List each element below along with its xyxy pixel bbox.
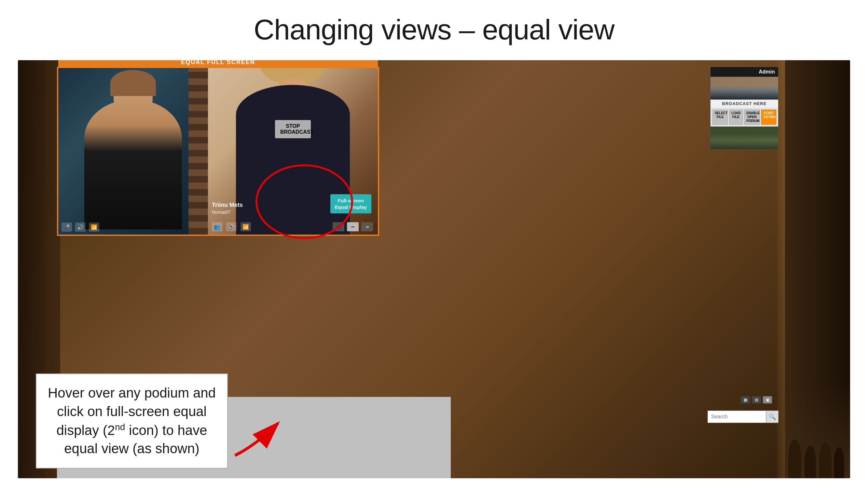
volume-icon-right[interactable]: 🔊	[226, 222, 237, 231]
broadcast-here-label: BROADCAST HERE	[711, 100, 778, 108]
start-voting-button[interactable]: STARTVOTING	[761, 110, 776, 125]
admin-title: Admin	[711, 67, 778, 77]
equal-fullscreen-header: EQUAL FULL SCREEN	[58, 60, 378, 68]
page-title: Changing views – equal view	[0, 0, 868, 56]
equal-fullscreen-panel: EQUAL FULL SCREEN 🎤 🔊 📶	[57, 67, 379, 236]
bottom-view-grid[interactable]: ▦	[741, 396, 750, 403]
search-icon: 🔍	[769, 413, 776, 420]
video-left: 🎤 🔊 📶	[58, 68, 208, 234]
view-icons-row: ⬛ ▪▪ ▫▪	[333, 222, 373, 231]
enable-open-podium-button[interactable]: ENABLEOPENPODIUM	[744, 110, 760, 125]
load-file-button[interactable]: LOADFILE	[729, 110, 743, 125]
screenshot-container: EQUAL FULL SCREEN 🎤 🔊 📶	[18, 60, 850, 478]
participant-name: Triinu Mets	[212, 201, 243, 209]
video-right: STOP BROADCAST Triinu Mets NomadIT 👥 🔊 📶…	[208, 68, 378, 234]
equal-display-line2: Equal Display	[335, 204, 367, 210]
mic-icon[interactable]: 🎤	[62, 223, 72, 232]
stop-broadcast-button[interactable]: STOP BROADCAST	[275, 120, 311, 138]
person-hair-left	[110, 70, 156, 96]
audience-right-panel	[785, 60, 850, 478]
callout-text: Hover over any podium and click on full-…	[48, 385, 216, 456]
users-icon[interactable]: 👥	[212, 222, 222, 231]
bottom-view-list[interactable]: ▤	[752, 396, 761, 403]
search-area: 🔍	[708, 411, 778, 423]
equal-display-button[interactable]: Full-screen Equal Display	[330, 194, 371, 214]
person-left	[58, 68, 208, 234]
bottom-view-icons: ▦ ▤ ▣	[741, 396, 772, 403]
admin-thumb-1[interactable]	[711, 77, 778, 100]
person-body-left	[84, 99, 182, 229]
view-icon-side[interactable]: ▫▪	[361, 222, 373, 231]
signal-icon-right[interactable]: 📶	[241, 222, 251, 231]
volume-icon[interactable]: 🔊	[75, 223, 86, 232]
select-file-button[interactable]: SELECTFILE	[712, 110, 728, 125]
search-input[interactable]	[708, 411, 766, 423]
video-controls-left: 🎤 🔊 📶	[62, 222, 205, 232]
participant-label: Triinu Mets NomadIT	[212, 201, 243, 215]
equal-display-line1: Full-screen	[335, 197, 367, 204]
search-button[interactable]: 🔍	[766, 411, 778, 423]
signal-icon[interactable]: 📶	[89, 223, 99, 232]
admin-panel: Admin BROADCAST HERE SELECTFILE LOADFILE…	[710, 67, 778, 150]
bottom-view-single[interactable]: ▣	[763, 396, 772, 403]
callout-box: Hover over any podium and click on full-…	[36, 373, 228, 468]
admin-thumb-2[interactable]	[711, 127, 778, 149]
admin-buttons: SELECTFILE LOADFILE ENABLEOPENPODIUM STA…	[711, 108, 778, 127]
view-icon-equal[interactable]: ▪▪	[347, 222, 359, 231]
video-controls-right: 👥 🔊 📶	[212, 222, 251, 231]
participant-org: NomadIT	[212, 209, 243, 215]
view-icon-fullscreen[interactable]: ⬛	[333, 222, 344, 231]
